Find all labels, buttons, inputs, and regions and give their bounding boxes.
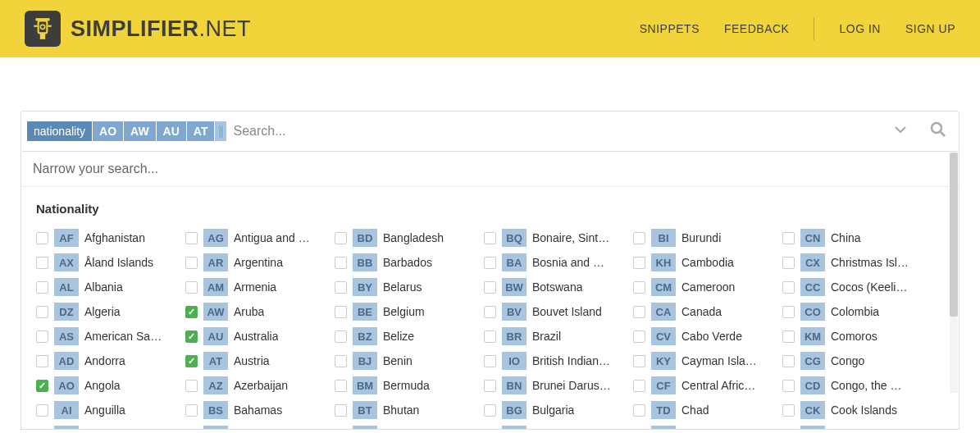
checkbox[interactable] bbox=[36, 404, 48, 417]
facet-item[interactable]: BYBelarus bbox=[335, 275, 484, 299]
facet-item[interactable]: CMCameroon bbox=[633, 275, 782, 299]
facet-item[interactable]: AQAntarctica bbox=[36, 422, 185, 429]
checkbox[interactable] bbox=[782, 404, 795, 417]
checkbox[interactable] bbox=[36, 380, 48, 392]
checkbox[interactable] bbox=[36, 306, 48, 318]
checkbox[interactable] bbox=[335, 330, 347, 343]
facet-item[interactable]: ATAustria bbox=[185, 349, 335, 373]
facet-item[interactable]: ALAlbania bbox=[36, 275, 185, 299]
facet-item[interactable]: BWBotswana bbox=[484, 275, 633, 299]
facet-item[interactable]: BMBermuda bbox=[335, 373, 484, 398]
facet-item[interactable]: BEBelgium bbox=[335, 299, 484, 324]
checkbox[interactable] bbox=[633, 380, 645, 392]
checkbox[interactable] bbox=[36, 232, 48, 244]
facet-item[interactable]: AIAnguilla bbox=[36, 398, 185, 422]
facet-item[interactable]: AUAustralia bbox=[185, 324, 335, 349]
chip-value[interactable]: AT bbox=[187, 121, 215, 141]
facet-item[interactable]: CFCentral African ... bbox=[633, 373, 782, 398]
facet-item[interactable]: CRCosta Rica bbox=[782, 422, 932, 429]
checkbox[interactable] bbox=[633, 404, 645, 417]
brand[interactable]: SIMPLIFIER.NET bbox=[25, 11, 251, 47]
checkbox[interactable] bbox=[633, 281, 645, 294]
checkbox[interactable] bbox=[782, 355, 795, 367]
checkbox[interactable] bbox=[36, 257, 48, 269]
checkbox[interactable] bbox=[782, 306, 795, 318]
checkbox[interactable] bbox=[36, 355, 48, 367]
facet-item[interactable]: BHBahrain bbox=[185, 422, 335, 429]
checkbox[interactable] bbox=[335, 281, 347, 294]
facet-item[interactable]: BTBhutan bbox=[335, 398, 484, 422]
facet-item[interactable]: KYCayman Islands bbox=[633, 349, 782, 373]
facet-item[interactable]: KMComoros bbox=[782, 324, 932, 349]
checkbox[interactable] bbox=[633, 429, 645, 430]
checkbox[interactable] bbox=[484, 306, 496, 318]
checkbox[interactable] bbox=[782, 281, 795, 294]
checkbox[interactable] bbox=[185, 257, 198, 269]
checkbox[interactable] bbox=[782, 257, 795, 269]
checkbox[interactable] bbox=[185, 380, 198, 392]
checkbox[interactable] bbox=[782, 232, 795, 244]
facet-item[interactable]: CCCocos (Keeling) ... bbox=[782, 275, 932, 299]
checkbox[interactable] bbox=[484, 404, 496, 417]
facet-item[interactable]: BJBenin bbox=[335, 349, 484, 373]
checkbox[interactable] bbox=[484, 355, 496, 367]
facet-item[interactable]: BOBolivia, Plurinati... bbox=[335, 422, 484, 429]
checkbox[interactable] bbox=[335, 429, 347, 430]
facet-item[interactable]: CDCongo, the Dem... bbox=[782, 373, 932, 398]
facet-item[interactable]: ADAndorra bbox=[36, 349, 185, 373]
checkbox[interactable] bbox=[36, 281, 48, 294]
checkbox[interactable] bbox=[782, 380, 795, 392]
checkbox[interactable] bbox=[335, 306, 347, 318]
checkbox[interactable] bbox=[185, 429, 198, 430]
checkbox[interactable] bbox=[633, 355, 645, 367]
facet-item[interactable]: ARArgentina bbox=[185, 250, 335, 275]
checkbox[interactable] bbox=[36, 330, 48, 343]
checkbox[interactable] bbox=[633, 232, 645, 244]
facet-item[interactable]: BBBarbados bbox=[335, 250, 484, 275]
checkbox[interactable] bbox=[36, 429, 48, 430]
checkbox[interactable] bbox=[185, 281, 198, 294]
facet-item[interactable]: ASAmerican Samoa bbox=[36, 324, 185, 349]
facet-item[interactable]: CLChile bbox=[633, 422, 782, 429]
facet-item[interactable]: CNChina bbox=[782, 226, 932, 250]
facet-item[interactable]: AXÅland Islands bbox=[36, 250, 185, 275]
facet-item[interactable]: TDChad bbox=[633, 398, 782, 422]
checkbox[interactable] bbox=[335, 355, 347, 367]
chevron-down-icon[interactable] bbox=[894, 123, 907, 139]
facet-item[interactable]: CACanada bbox=[633, 299, 782, 324]
facet-item[interactable]: BDBangladesh bbox=[335, 226, 484, 250]
facet-item[interactable]: BVBouvet Island bbox=[484, 299, 633, 324]
facet-item[interactable]: COColombia bbox=[782, 299, 932, 324]
checkbox[interactable] bbox=[782, 429, 795, 430]
checkbox[interactable] bbox=[335, 404, 347, 417]
checkbox[interactable] bbox=[782, 330, 795, 343]
checkbox[interactable] bbox=[185, 404, 198, 417]
facet-item[interactable]: BQBonaire, Sint Eu... bbox=[484, 226, 633, 250]
facet-item[interactable]: CVCabo Verde bbox=[633, 324, 782, 349]
chip-value[interactable]: AW bbox=[124, 121, 156, 141]
facet-item[interactable]: AZAzerbaijan bbox=[185, 373, 335, 398]
checkbox[interactable] bbox=[633, 330, 645, 343]
checkbox[interactable] bbox=[633, 306, 645, 318]
chip-category[interactable]: nationality bbox=[27, 121, 92, 141]
nav-snippets[interactable]: SNIPPETS bbox=[640, 22, 700, 35]
search-icon[interactable] bbox=[930, 121, 946, 141]
checkbox[interactable] bbox=[484, 281, 496, 294]
facet-item[interactable]: BRBrazil bbox=[484, 324, 633, 349]
facet-item[interactable]: CKCook Islands bbox=[782, 398, 932, 422]
facet-item[interactable]: DZAlgeria bbox=[36, 299, 185, 324]
scroll-thumb[interactable] bbox=[950, 153, 958, 317]
facet-item[interactable]: AGAntigua and Bar... bbox=[185, 226, 335, 250]
checkbox[interactable] bbox=[335, 257, 347, 269]
facet-item[interactable]: BFBurkina Faso bbox=[484, 422, 633, 429]
facet-item[interactable]: AOAngola bbox=[36, 373, 185, 398]
checkbox[interactable] bbox=[185, 232, 198, 244]
checkbox[interactable] bbox=[185, 355, 198, 367]
checkbox[interactable] bbox=[633, 257, 645, 269]
nav-feedback[interactable]: FEEDBACK bbox=[724, 22, 789, 35]
chip-caret[interactable] bbox=[215, 121, 226, 141]
checkbox[interactable] bbox=[484, 257, 496, 269]
facet-item[interactable]: CGCongo bbox=[782, 349, 932, 373]
nav-signup[interactable]: SIGN UP bbox=[905, 22, 955, 35]
checkbox[interactable] bbox=[484, 429, 496, 430]
